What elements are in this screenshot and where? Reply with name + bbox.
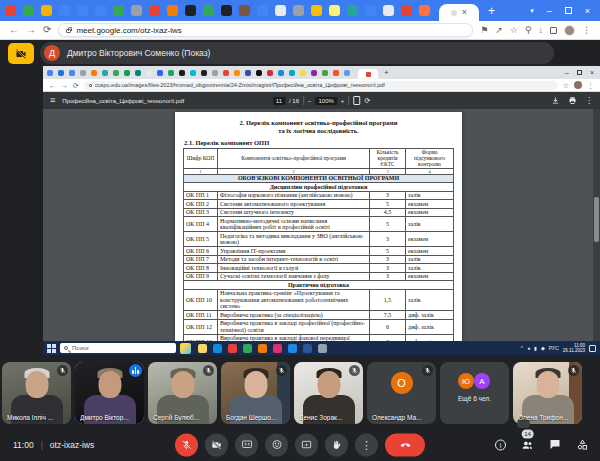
url-text[interactable]: meet.google.com/otz-ixaz-iws bbox=[76, 26, 181, 35]
meeting-details-icon[interactable]: i bbox=[495, 439, 506, 450]
chat-icon[interactable] bbox=[549, 439, 561, 451]
browser-tab[interactable] bbox=[23, 5, 34, 16]
shared-browser-tab[interactable] bbox=[69, 70, 75, 76]
pdf-scrollbar[interactable] bbox=[593, 109, 600, 341]
shared-browser-tab[interactable] bbox=[300, 70, 306, 76]
mic-button[interactable] bbox=[175, 433, 198, 456]
browser-tab[interactable] bbox=[419, 5, 430, 16]
presenter-banner[interactable]: Д Дмитро Вікторович Соменко (Показ) bbox=[40, 42, 554, 64]
shared-browser-tab[interactable] bbox=[278, 70, 284, 76]
shared-browser-tab[interactable] bbox=[91, 70, 97, 76]
more-options-button[interactable]: ⋮ bbox=[355, 433, 378, 456]
participant-tile[interactable]: Богдан Шершо... bbox=[221, 362, 290, 424]
shared-browser-tab[interactable] bbox=[234, 70, 240, 76]
shared-browser-tab[interactable] bbox=[80, 70, 86, 76]
forward-icon[interactable]: → bbox=[26, 25, 36, 35]
activities-icon[interactable] bbox=[576, 438, 589, 451]
shared-browser-tab[interactable] bbox=[333, 70, 339, 76]
browser-tab[interactable] bbox=[221, 5, 232, 16]
browser-tab[interactable] bbox=[41, 5, 52, 16]
shared-browser-tab[interactable] bbox=[124, 70, 130, 76]
browser-tab[interactable] bbox=[383, 5, 394, 16]
browser-tab[interactable] bbox=[293, 5, 304, 16]
browser-tab[interactable] bbox=[131, 5, 142, 16]
participant-tile[interactable]: ЮАЕщё 6 чел. bbox=[440, 362, 509, 424]
participant-tile[interactable]: Денис Зорак... bbox=[294, 362, 363, 424]
shared-browser-tab[interactable] bbox=[212, 70, 218, 76]
taskbar-app-icon[interactable] bbox=[288, 344, 297, 353]
shared-browser-tab[interactable] bbox=[289, 70, 295, 76]
chrome-menu-icon[interactable]: ⋮ bbox=[582, 26, 591, 35]
shared-browser-tab[interactable] bbox=[201, 70, 207, 76]
share-icon[interactable]: ↗ bbox=[495, 26, 503, 35]
participant-tile[interactable]: Сергій Булюб... bbox=[148, 362, 217, 424]
browser-tab[interactable] bbox=[95, 5, 106, 16]
participant-tile[interactable]: ООлександр Ма... bbox=[367, 362, 436, 424]
browser-tab[interactable] bbox=[59, 5, 70, 16]
bookmark-star-icon[interactable]: ☆ bbox=[510, 26, 518, 35]
participant-tile[interactable]: Микола Ілліч ... bbox=[2, 362, 71, 424]
browser-tab[interactable] bbox=[185, 5, 196, 16]
browser-tab[interactable] bbox=[203, 5, 214, 16]
people-button[interactable]: 14 bbox=[521, 438, 534, 451]
minimize-button[interactable]: – bbox=[547, 6, 552, 16]
maximize-button[interactable] bbox=[565, 7, 572, 14]
downloads-icon[interactable]: ↓ bbox=[539, 26, 544, 35]
taskbar-app-icon[interactable] bbox=[243, 344, 252, 353]
extensions-icon[interactable]: ⚲ bbox=[525, 26, 532, 35]
browser-tab[interactable] bbox=[149, 5, 160, 16]
shared-browser-tab[interactable] bbox=[322, 70, 328, 76]
shared-browser-tab[interactable] bbox=[223, 70, 229, 76]
shared-browser-tab[interactable] bbox=[190, 70, 196, 76]
shared-browser-tab[interactable] bbox=[146, 70, 152, 76]
reload-icon[interactable]: ⟳ bbox=[43, 25, 51, 35]
participant-tile[interactable]: Олена Трифон... bbox=[513, 362, 582, 424]
browser-tab[interactable] bbox=[113, 5, 124, 16]
end-call-button[interactable] bbox=[385, 433, 425, 456]
browser-tab[interactable] bbox=[347, 5, 358, 16]
taskbar-app-icon[interactable] bbox=[318, 344, 327, 353]
taskbar-app-icon[interactable] bbox=[228, 344, 237, 353]
shared-browser-tab[interactable] bbox=[311, 70, 317, 76]
active-tab[interactable]: × bbox=[439, 4, 479, 21]
browser-tab[interactable] bbox=[401, 5, 412, 16]
back-icon[interactable]: ← bbox=[9, 25, 19, 35]
address-bar[interactable]: meet.google.com/otz-ixaz-iws bbox=[58, 23, 473, 37]
camera-button[interactable] bbox=[205, 433, 228, 456]
translate-icon[interactable]: ⚑ bbox=[480, 26, 488, 35]
browser-tab[interactable] bbox=[5, 5, 16, 16]
close-button[interactable]: × bbox=[585, 6, 590, 16]
presentation-muted-tile[interactable] bbox=[8, 43, 34, 64]
captions-button[interactable] bbox=[235, 433, 258, 456]
participant-tile[interactable]: Дмитро Віктор... bbox=[75, 362, 144, 424]
shared-browser-tab[interactable] bbox=[58, 70, 64, 76]
taskbar-app-icon[interactable] bbox=[198, 344, 207, 353]
side-panel-icon[interactable] bbox=[550, 27, 557, 34]
profile-avatar[interactable] bbox=[564, 25, 575, 36]
present-button[interactable] bbox=[295, 433, 318, 456]
taskbar-app-icon[interactable] bbox=[213, 344, 222, 353]
shared-browser-tab[interactable] bbox=[245, 70, 251, 76]
browser-tab[interactable] bbox=[311, 5, 322, 16]
taskbar-app-icon[interactable] bbox=[303, 344, 312, 353]
shared-browser-tab[interactable] bbox=[267, 70, 273, 76]
taskbar-app-icon[interactable] bbox=[273, 344, 282, 353]
reactions-button[interactable] bbox=[265, 433, 288, 456]
shared-browser-tab[interactable] bbox=[179, 70, 185, 76]
browser-tab[interactable] bbox=[329, 5, 340, 16]
shared-browser-tab[interactable] bbox=[256, 70, 262, 76]
shared-browser-tab[interactable] bbox=[168, 70, 174, 76]
shared-browser-tab[interactable] bbox=[344, 70, 350, 76]
browser-tab[interactable] bbox=[167, 5, 178, 16]
browser-tab[interactable] bbox=[275, 5, 286, 16]
pdf-scrollbar-thumb[interactable] bbox=[594, 197, 599, 242]
tab-close-icon[interactable]: × bbox=[462, 8, 467, 17]
new-tab-button[interactable]: + bbox=[488, 5, 495, 17]
shared-browser-tab[interactable] bbox=[157, 70, 163, 76]
browser-tab[interactable] bbox=[239, 5, 250, 16]
browser-tab[interactable] bbox=[257, 5, 268, 16]
taskbar-app-icon[interactable] bbox=[258, 344, 267, 353]
browser-tab[interactable] bbox=[365, 5, 376, 16]
shared-browser-tab[interactable] bbox=[102, 70, 108, 76]
browser-tab[interactable] bbox=[77, 5, 88, 16]
